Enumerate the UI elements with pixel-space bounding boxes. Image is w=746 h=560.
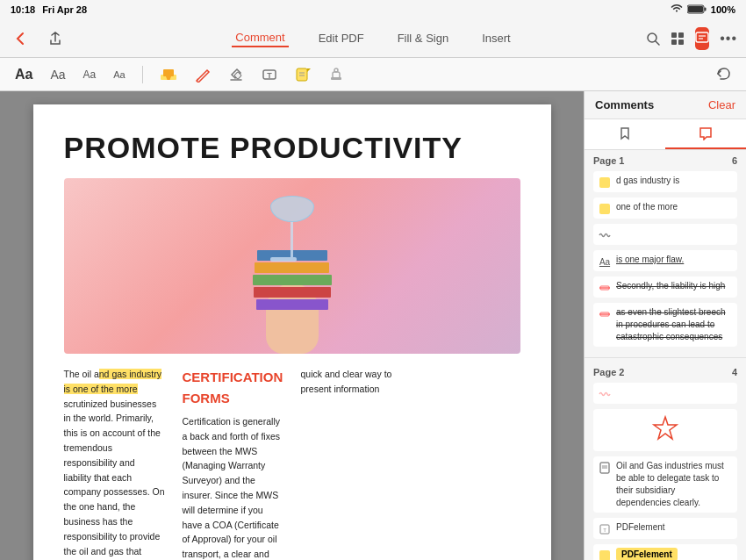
svg-rect-7	[671, 39, 677, 45]
status-day: Fri Apr 28	[42, 4, 87, 15]
page-2-section: Page 2 4	[585, 362, 746, 560]
comment-text-6: as even the slightest breech in procedur…	[616, 306, 732, 343]
comment-text-4: is one major flaw.	[616, 254, 684, 266]
comment-item[interactable]: Secondly, the liability is high	[593, 276, 737, 298]
comment-text-5: Secondly, the liability is high	[616, 280, 725, 292]
panel-title: Comments	[595, 98, 654, 111]
panel-header: Comments Clear	[585, 91, 746, 119]
comment-tab[interactable]	[665, 119, 746, 149]
comment-item[interactable]: Aa is one major flaw.	[593, 250, 737, 271]
star-icon	[648, 413, 683, 448]
tab-insert[interactable]: Insert	[478, 30, 514, 47]
stamp-tool[interactable]	[324, 64, 348, 85]
more-button[interactable]: •••	[720, 27, 737, 50]
tab-comment[interactable]: Comment	[232, 29, 288, 47]
tab-fill-sign[interactable]: Fill & Sign	[394, 30, 453, 47]
strikethrough-icon	[599, 282, 611, 294]
annotation-toolbar: Aa Aa Aa Aa T	[0, 58, 746, 91]
panel-body[interactable]: Page 1 6 d gas industry is one of the mo…	[585, 150, 746, 560]
status-bar-left: 10:18 Fri Apr 28	[11, 4, 87, 15]
underline-aa-icon: Aa	[599, 255, 611, 268]
glass-decoration	[270, 196, 314, 262]
text-tool-medium[interactable]: Aa	[46, 65, 69, 84]
status-bar: 10:18 Fri Apr 28 100%	[0, 0, 746, 19]
svg-rect-21	[333, 72, 340, 78]
pdf-title: PROMOTE PRODUCTIVITY	[64, 131, 520, 165]
separator-1	[142, 66, 143, 83]
comment-item[interactable]	[593, 409, 737, 451]
highlight-1: nd gas industry is one of the more	[64, 369, 162, 394]
share-button[interactable]	[44, 27, 67, 50]
title-bar-left	[9, 27, 79, 50]
comment-item[interactable]: PDFelement	[593, 544, 737, 560]
panel-tabs	[585, 119, 746, 150]
comments-panel-button[interactable]	[695, 27, 709, 50]
search-button[interactable]	[646, 27, 660, 50]
title-bar: Comment Edit PDF Fill & Sign Insert •••	[0, 19, 746, 58]
pen-tool[interactable]	[190, 64, 215, 85]
bookmark-tab[interactable]	[585, 119, 665, 149]
main-area: PROMOTE PRODUCTIVITY	[0, 91, 746, 560]
highlight-tool[interactable]	[155, 65, 182, 84]
text-tool-xsmall[interactable]: Aa	[109, 67, 129, 83]
text-box-tool[interactable]: T	[257, 64, 282, 85]
highlight-icon-2	[599, 203, 611, 215]
comment-tab-icon	[699, 126, 713, 140]
section-divider	[585, 357, 746, 358]
eraser-tool[interactable]	[224, 64, 248, 85]
svg-rect-5	[671, 32, 677, 38]
cert-heading: CERTIFICATION FORMS	[183, 367, 283, 409]
wavy-pink-icon	[599, 388, 611, 400]
right-panel: Comments Clear Page 1 6	[584, 91, 746, 560]
svg-line-4	[656, 41, 659, 45]
undo-button[interactable]	[711, 64, 735, 85]
badge-icon	[599, 549, 611, 560]
comment-item[interactable]: Oil and Gas industries must be able to d…	[593, 456, 737, 513]
svg-rect-1	[704, 7, 706, 11]
pdf-page: PROMOTE PRODUCTIVITY	[33, 104, 551, 560]
svg-rect-9	[696, 32, 708, 42]
wavy-icon	[599, 229, 611, 241]
comment-item[interactable]: as even the slightest breech in procedur…	[593, 303, 737, 347]
battery-pct: 100%	[711, 4, 735, 15]
sticky-note-tool[interactable]	[291, 64, 315, 85]
page-1-section: Page 1 6 d gas industry is one of the mo…	[585, 150, 746, 354]
comment-item[interactable]: one of the more	[593, 197, 737, 219]
svg-rect-8	[678, 39, 684, 45]
comment-text-2: one of the more	[616, 201, 678, 213]
wifi-icon	[671, 4, 683, 15]
comment-text-8: Oil and Gas industries must be able to d…	[616, 460, 732, 509]
back-button[interactable]	[9, 27, 32, 50]
note-icon	[599, 462, 611, 474]
pdfelem-badge: PDFelement	[616, 548, 678, 560]
strikethrough-icon-2	[599, 308, 611, 320]
svg-text:T: T	[603, 528, 606, 533]
svg-rect-6	[678, 32, 684, 38]
page-2-label: Page 2 4	[593, 367, 737, 377]
tab-edit-pdf[interactable]: Edit PDF	[315, 30, 368, 47]
text-label-icon: T	[599, 523, 611, 535]
pdf-viewer[interactable]: PROMOTE PRODUCTIVITY	[0, 91, 584, 560]
grid-button[interactable]	[671, 27, 685, 50]
text-tool-large[interactable]: Aa	[11, 64, 37, 85]
comment-item[interactable]	[593, 224, 737, 245]
pdf-image	[64, 178, 520, 354]
highlight-icon	[599, 176, 611, 189]
comment-text: d gas industry is	[616, 175, 679, 187]
svg-rect-2	[688, 6, 703, 12]
status-time: 10:18	[11, 4, 35, 15]
text-tool-small[interactable]: Aa	[79, 66, 101, 83]
comment-item[interactable]: T PDFelement	[593, 518, 737, 539]
battery-icon	[687, 4, 707, 16]
clear-button[interactable]: Clear	[708, 98, 735, 111]
svg-point-22	[334, 68, 338, 72]
comment-text-9: PDFelement	[616, 521, 665, 534]
status-bar-right: 100%	[671, 4, 735, 16]
svg-text:T: T	[267, 71, 272, 80]
svg-rect-17	[297, 68, 307, 81]
comment-item[interactable]	[593, 383, 737, 404]
svg-rect-13	[163, 69, 174, 76]
bookmark-icon	[618, 126, 632, 140]
comment-item[interactable]: d gas industry is	[593, 171, 737, 192]
pdf-body: The oil and gas industry is one of the m…	[64, 367, 520, 560]
